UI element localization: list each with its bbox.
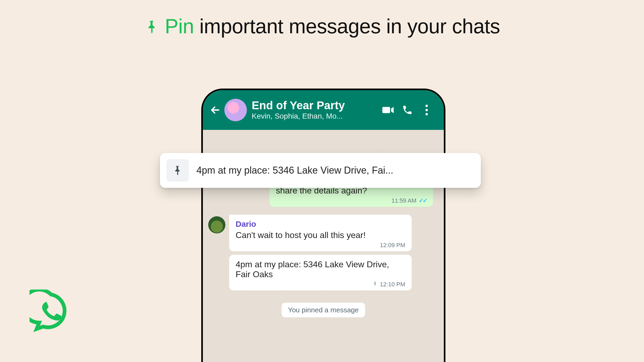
double-check-icon: ✓✓ (419, 197, 427, 204)
pin-icon (166, 159, 189, 182)
page-headline: Pin important messages in your chats (0, 14, 644, 39)
svg-point-2 (426, 113, 428, 115)
chat-header: End of Year Party Kevin, Sophia, Ethan, … (203, 90, 444, 130)
chat-title-block[interactable]: End of Year Party Kevin, Sophia, Ethan, … (252, 100, 378, 120)
incoming-message-2-time: 12:10 PM (380, 281, 405, 288)
voice-call-button[interactable] (398, 105, 417, 115)
headline-green-word: Pin (165, 15, 194, 38)
svg-point-1 (426, 109, 428, 111)
incoming-message-2-text: 4pm at my place: 5346 Lake View Drive, F… (236, 259, 405, 279)
pinned-message-banner[interactable]: 4pm at my place: 5346 Lake View Drive, F… (160, 153, 481, 188)
headline-rest: important messages in your chats (199, 15, 500, 38)
pin-icon (372, 281, 378, 288)
pinned-message-text: 4pm at my place: 5346 Lake View Drive, F… (196, 165, 393, 176)
incoming-message-1-text: Can't wait to host you all this year! (236, 230, 405, 240)
sender-avatar[interactable] (208, 216, 225, 233)
incoming-message-group: Dario Can't wait to host you all this ye… (208, 215, 412, 291)
more-options-button[interactable] (417, 105, 436, 115)
sender-name: Dario (236, 220, 405, 229)
phone-frame: End of Year Party Kevin, Sophia, Ethan, … (201, 89, 445, 362)
chat-title: End of Year Party (252, 100, 378, 111)
back-button[interactable] (208, 104, 223, 116)
chat-subtitle: Kevin, Sophia, Ethan, Mo... (252, 112, 378, 120)
system-message-text: You pinned a message (288, 306, 359, 314)
video-call-button[interactable] (378, 104, 398, 116)
incoming-message-1[interactable]: Dario Can't wait to host you all this ye… (229, 215, 412, 251)
incoming-message-1-time: 12:09 PM (380, 242, 405, 249)
whatsapp-logo-icon (30, 290, 72, 332)
pin-icon (144, 16, 160, 39)
system-message: You pinned a message (281, 303, 365, 317)
outgoing-message-time: 11:59 AM (391, 197, 416, 204)
group-avatar[interactable] (224, 99, 247, 121)
incoming-message-2[interactable]: 4pm at my place: 5346 Lake View Drive, F… (229, 255, 412, 291)
svg-point-0 (426, 105, 428, 107)
